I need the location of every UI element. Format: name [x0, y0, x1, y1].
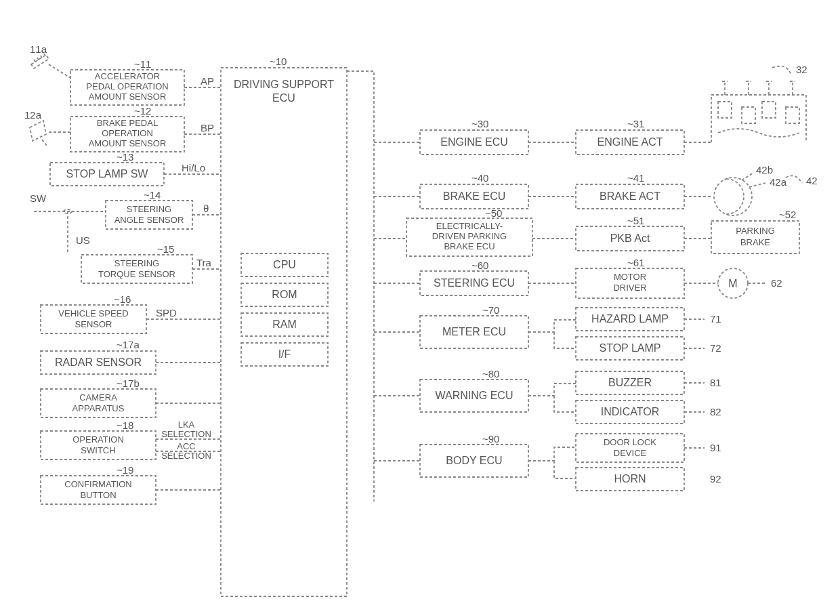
svg-text:~52: ~52: [779, 209, 796, 220]
svg-text:METER ECU: METER ECU: [442, 326, 506, 337]
svg-text:BP: BP: [201, 122, 214, 134]
svg-text:DRIVER: DRIVER: [613, 283, 646, 293]
svg-text:~17b: ~17b: [117, 377, 140, 389]
svg-text:82: 82: [710, 406, 721, 417]
svg-text:TORQUE SENSOR: TORQUE SENSOR: [98, 269, 175, 279]
svg-text:~31: ~31: [627, 118, 644, 129]
svg-text:~17a: ~17a: [117, 339, 140, 350]
svg-text:~19: ~19: [117, 464, 133, 476]
svg-text:Tra: Tra: [196, 257, 212, 268]
svg-text:42: 42: [806, 175, 818, 186]
svg-text:CONFIRMATION: CONFIRMATION: [64, 479, 131, 489]
svg-text:12a: 12a: [24, 109, 42, 121]
svg-text:VEHICLE SPEED: VEHICLE SPEED: [58, 308, 128, 319]
svg-line-6: [49, 64, 70, 78]
svg-text:~16: ~16: [114, 293, 131, 305]
svg-text:~12: ~12: [134, 105, 151, 117]
svg-text:11a: 11a: [30, 43, 47, 55]
rom-label: ROM: [272, 289, 297, 300]
svg-line-88: [742, 173, 753, 180]
svg-text:~60: ~60: [471, 260, 488, 271]
svg-text:ACCELERATOR: ACCELERATOR: [95, 71, 160, 81]
svg-text:62: 62: [771, 277, 782, 289]
svg-text:APPARATUS: APPARATUS: [72, 403, 125, 413]
svg-text:BRAKE: BRAKE: [740, 237, 770, 247]
svg-rect-77: [762, 102, 776, 118]
svg-text:42a: 42a: [770, 176, 787, 188]
svg-text:DEVICE: DEVICE: [614, 448, 647, 458]
svg-text:81: 81: [710, 377, 721, 388]
svg-text:91: 91: [710, 442, 721, 453]
svg-text:AMOUNT SENSOR: AMOUNT SENSOR: [89, 91, 167, 102]
svg-text:42b: 42b: [756, 164, 773, 176]
steering-wheel-icon: SW US: [30, 192, 106, 252]
svg-text:BRAKE ECU: BRAKE ECU: [444, 241, 495, 251]
svg-text:PARKING: PARKING: [736, 226, 775, 236]
svg-text:~70: ~70: [482, 304, 499, 316]
svg-text:OPERATION: OPERATION: [102, 128, 153, 138]
svg-text:BRAKE ACT: BRAKE ACT: [600, 190, 660, 202]
svg-text:ANGLE SENSOR: ANGLE SENSOR: [114, 215, 184, 225]
svg-text:~50: ~50: [485, 207, 502, 219]
svg-text:~80: ~80: [482, 368, 499, 379]
svg-text:MOTOR: MOTOR: [614, 272, 646, 282]
svg-line-90: [749, 183, 765, 187]
svg-text:BRAKE ECU: BRAKE ECU: [443, 190, 505, 202]
svg-text:~41: ~41: [627, 172, 644, 184]
svg-text:SELECTION: SELECTION: [161, 429, 211, 439]
svg-text:Hi/Lo: Hi/Lo: [182, 162, 205, 173]
accel-pedal-icon: 11a: [30, 43, 70, 78]
svg-text:CAMERA: CAMERA: [79, 392, 117, 403]
svg-text:72: 72: [710, 342, 721, 354]
svg-text:HORN: HORN: [614, 473, 646, 485]
svg-text:SELECTION: SELECTION: [161, 451, 211, 461]
svg-text:LKA: LKA: [178, 419, 195, 430]
svg-rect-78: [786, 107, 799, 123]
main-title-l2: ECU: [272, 92, 295, 104]
main-title-l1: DRIVING SUPPORT: [234, 79, 334, 90]
svg-text:~18: ~18: [117, 419, 133, 431]
svg-text:STOP LAMP SW: STOP LAMP SW: [66, 168, 149, 180]
ref-10: ~10: [270, 56, 287, 67]
svg-text:DRIVEN PARKING: DRIVEN PARKING: [432, 231, 507, 241]
svg-rect-75: [718, 102, 732, 118]
svg-text:~13: ~13: [117, 151, 133, 163]
svg-text:BUTTON: BUTTON: [80, 490, 116, 500]
svg-text:~40: ~40: [471, 172, 488, 184]
svg-rect-76: [742, 107, 755, 123]
svg-text:DOOR LOCK: DOOR LOCK: [604, 437, 656, 447]
if-label: I/F: [278, 348, 291, 360]
svg-text:HAZARD LAMP: HAZARD LAMP: [591, 313, 669, 325]
svg-text:~51: ~51: [627, 215, 644, 226]
svg-text:PKB   Act: PKB Act: [610, 232, 650, 244]
svg-text:ENGINE ACT: ENGINE ACT: [597, 136, 663, 148]
svg-text:INDICATOR: INDICATOR: [601, 406, 660, 417]
svg-text:~30: ~30: [471, 118, 488, 129]
svg-text:92: 92: [710, 473, 721, 485]
svg-text:STEERING: STEERING: [127, 204, 171, 214]
svg-text:θ: θ: [203, 203, 209, 214]
svg-text:SW: SW: [30, 192, 47, 204]
svg-text:71: 71: [710, 313, 721, 325]
svg-text:~14: ~14: [144, 189, 161, 201]
svg-text:ACC: ACC: [177, 441, 195, 451]
svg-text:32: 32: [796, 64, 807, 75]
svg-text:BRAKE PEDAL: BRAKE PEDAL: [97, 118, 158, 128]
svg-text:STEERING ECU: STEERING ECU: [434, 277, 515, 289]
svg-text:SENSOR: SENSOR: [75, 319, 112, 329]
svg-text:PEDAL OPERATION: PEDAL OPERATION: [86, 81, 168, 91]
svg-text:BUZZER: BUZZER: [608, 377, 652, 388]
svg-text:US: US: [76, 234, 90, 246]
svg-text:WARNING ECU: WARNING ECU: [436, 390, 513, 401]
brake-device-icon: [714, 178, 752, 215]
svg-text:~15: ~15: [157, 243, 174, 255]
svg-text:SWITCH: SWITCH: [81, 445, 115, 455]
svg-text:ELECTRICALLY-: ELECTRICALLY-: [436, 221, 503, 231]
svg-text:ENGINE ECU: ENGINE ECU: [440, 136, 508, 148]
svg-text:~61: ~61: [627, 257, 644, 268]
svg-text:M: M: [728, 278, 737, 289]
svg-text:AMOUNT SENSOR: AMOUNT SENSOR: [89, 138, 167, 148]
svg-text:~90: ~90: [482, 433, 499, 445]
svg-point-87: [714, 178, 752, 215]
brake-pedal-icon: 12a: [24, 109, 70, 146]
